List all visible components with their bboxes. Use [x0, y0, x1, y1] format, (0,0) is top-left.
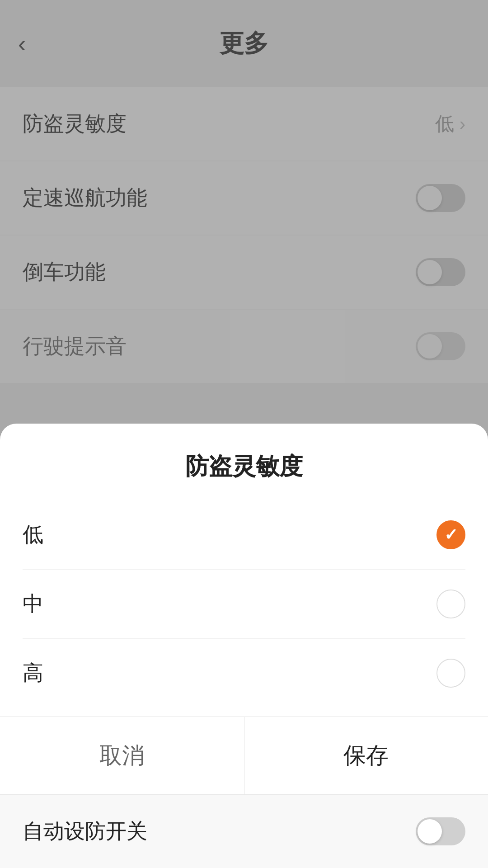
- background-page: ‹ 更多 防盗灵敏度 低 › 定速巡航功能 倒车功能: [0, 0, 488, 868]
- modal-option-medium[interactable]: 中: [23, 570, 465, 639]
- modal-option-low[interactable]: 低: [23, 500, 465, 570]
- cancel-button[interactable]: 取消: [0, 717, 244, 794]
- auto-alarm-label: 自动设防开关: [23, 817, 147, 845]
- option-high-label: 高: [23, 659, 43, 687]
- option-high-radio[interactable]: [436, 659, 465, 688]
- modal-title: 防盗灵敏度: [0, 424, 488, 500]
- option-medium-radio[interactable]: [436, 590, 465, 618]
- option-low-radio[interactable]: [436, 520, 465, 549]
- modal-option-high[interactable]: 高: [23, 639, 465, 708]
- modal-footer: 取消 保存: [0, 717, 488, 794]
- save-button[interactable]: 保存: [244, 717, 488, 794]
- auto-alarm-toggle-thumb: [418, 819, 442, 844]
- modal-theft-sensitivity: 防盗灵敏度 低 中 高 取消 保存 自动设防开关: [0, 424, 488, 868]
- option-low-label: 低: [23, 521, 43, 549]
- modal-options-list: 低 中 高: [0, 500, 488, 708]
- option-medium-label: 中: [23, 590, 43, 618]
- auto-alarm-toggle[interactable]: [416, 817, 465, 845]
